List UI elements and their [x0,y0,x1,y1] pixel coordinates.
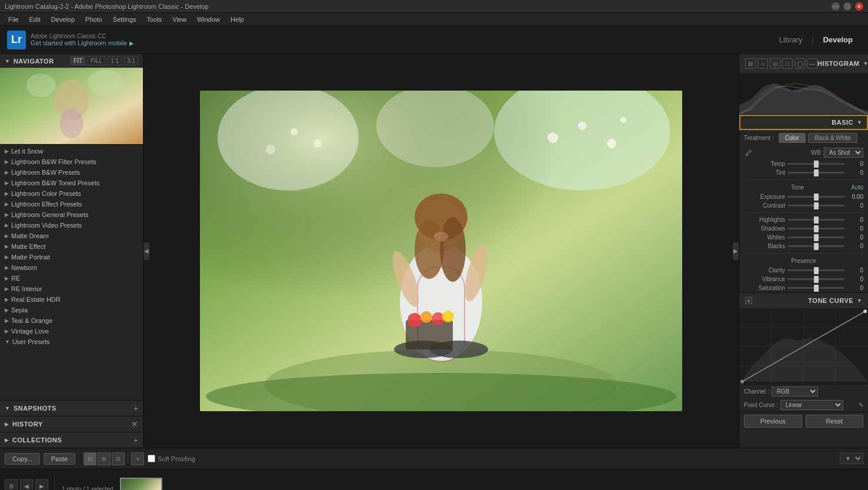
preset-group-sepia-header[interactable]: ▶ Sepia [0,305,143,315]
crop-icon[interactable]: ⊞ [745,58,756,69]
history-clear-btn[interactable]: ✕ [131,419,138,429]
preset-group-tealorange-header[interactable]: ▶ Teal & Orange [0,315,143,326]
soft-proof-label: Soft Proofing [158,455,195,462]
view-options-dropdown[interactable]: ▼ [840,453,863,464]
left-panel-collapse-arrow[interactable]: ◀ [143,242,149,260]
menu-help[interactable]: Help [226,15,249,24]
previous-btn[interactable]: Previous [744,415,802,428]
histogram-header[interactable]: ⊞ ○ ◎ □ ◯ — Histogram ▼ [739,54,868,73]
menu-view[interactable]: View [168,15,191,24]
menu-window[interactable]: Window [192,15,225,24]
basic-panel-header[interactable]: Basic ▼ [739,115,868,130]
preset-group-bwtoned-header[interactable]: ▶ Lightroom B&W Toned Presets [0,178,143,188]
mobile-link[interactable]: Get started with Lightroom mobile [31,39,127,46]
right-panel-collapse-arrow[interactable]: ▶ [733,242,739,260]
history-header[interactable]: ▶ History ✕ [0,416,143,432]
preset-group-realestate-header[interactable]: ▶ Real Estate HDR [0,294,143,305]
snapshots-add-btn[interactable]: + [133,404,138,413]
copy-settings-btn[interactable]: Copy... [5,453,40,465]
soft-proof-checkbox[interactable] [148,455,155,462]
preset-group-vintagelove-header[interactable]: ▶ Vintage Love [0,326,143,336]
tab-develop[interactable]: Develop [814,33,861,46]
preset-group-matteportrait: ▶ Matte Portrait [0,252,143,262]
maximize-button[interactable]: □ [843,2,852,11]
view-extra-btn[interactable]: ≡ [131,452,144,465]
tone-curve-enable[interactable]: ● [745,297,752,304]
preset-group-colorpresets-header[interactable]: ▶ Lightroom Color Presets [0,188,143,199]
adjust-icon[interactable]: — [807,58,817,69]
bw-treatment-btn[interactable]: Black & White [808,133,857,143]
snapshots-header[interactable]: ▼ Snapshots + [0,401,143,416]
collections-add-btn[interactable]: + [133,435,138,445]
temp-slider[interactable] [787,163,844,165]
tint-label: Tint [744,169,785,176]
view-compare-btn[interactable]: ⊞ [98,452,111,465]
menu-photo[interactable]: Photo [81,15,107,24]
whites-slider[interactable] [787,236,844,238]
tab-library[interactable]: Library [771,33,811,46]
radial-icon[interactable]: ◯ [794,58,805,69]
blacks-slider[interactable] [787,245,844,247]
paste-settings-btn[interactable]: Paste [44,453,75,465]
preset-group-bwfilter-header[interactable]: ▶ Lightroom B&W Filter Presets [0,156,143,167]
preset-group-newborn-header[interactable]: ▶ Newborn [0,262,143,273]
wb-eyedropper[interactable]: 🖉 [744,148,753,158]
clarity-slider[interactable] [787,269,844,271]
preset-group-newborn: ▶ Newborn [0,262,143,273]
view-single-btn[interactable]: □ [84,452,96,465]
highlights-label: Highlights [744,216,785,223]
navigator-preview [0,68,143,144]
filter-icon[interactable]: □ [782,58,793,69]
color-treatment-btn[interactable]: Color [779,133,806,143]
view-survey-btn[interactable]: ⊟ [112,452,125,465]
menu-develop[interactable]: Develop [46,15,79,24]
svg-point-31 [420,311,432,323]
zoom-fit-btn[interactable]: FIT [71,56,85,65]
tint-slider[interactable] [787,172,844,174]
menu-edit[interactable]: Edit [25,15,45,24]
shadows-slider[interactable] [787,228,844,229]
exposure-slider[interactable] [787,196,844,198]
redeye-icon[interactable]: ◎ [770,58,780,69]
collections-header[interactable]: ▶ Collections + [0,432,143,448]
tc-edit-icon[interactable]: ✎ [859,402,863,408]
menu-tools[interactable]: Tools [142,15,167,24]
filmstrip-prev-btn[interactable]: ◀ [20,479,33,490]
svg-point-3 [26,74,56,97]
channel-dropdown[interactable]: RGB Red Green Blue Luminance [772,386,818,396]
filmstrip-next-btn[interactable]: ▶ [35,479,48,490]
reset-btn[interactable]: Reset [806,415,864,428]
zoom-3to1-btn[interactable]: 3:1 [124,56,138,65]
heal-icon[interactable]: ○ [757,58,768,69]
preset-group-general-header[interactable]: ▶ Lightroom General Presets [0,209,143,220]
preset-group-letitsnow-header[interactable]: ▶ Let it Snow [0,146,143,156]
zoom-fill-btn[interactable]: FILL [88,56,105,65]
preset-group-matteeffect-header[interactable]: ▶ Matte Effect [0,241,143,252]
point-curve-dropdown[interactable]: Linear Medium Contrast Strong Contrast [780,400,843,410]
preset-group-effects-header[interactable]: ▶ Lightroom Effect Presets [0,199,143,209]
highlights-slider[interactable] [787,219,844,221]
grid-view-btn[interactable]: ⊞ [5,479,18,490]
menu-settings[interactable]: Settings [108,15,141,24]
film-thumb-1[interactable]: ★ [120,478,162,491]
preset-group-mattedream-header[interactable]: ▶ Matte Dream [0,231,143,241]
auto-btn[interactable]: Auto [851,184,863,191]
vibrance-slider[interactable] [787,278,844,280]
minimize-button[interactable]: — [832,2,840,11]
close-button[interactable]: ✕ [855,2,863,11]
menu-file[interactable]: File [4,15,24,24]
preset-group-reinterior-header[interactable]: ▶ RE Interior [0,284,143,294]
zoom-1to1-btn[interactable]: 1:1 [108,56,122,65]
contrast-slider[interactable] [787,205,844,206]
wb-dropdown[interactable]: As Shot Auto Daylight Cloudy [824,148,863,158]
preset-group-video-header[interactable]: ▶ Lightroom Video Presets [0,220,143,231]
navigator-header[interactable]: ▼ Navigator FIT FILL 1:1 3:1 [0,54,143,68]
tone-curve-header[interactable]: ● Tone Curve ▼ [739,293,868,308]
photo-count: 1 photo / 1 selected [62,486,113,490]
preset-group-userpresets-header[interactable]: ▼ User Presets [0,336,143,347]
preset-group-bwpresets-header[interactable]: ▶ Lightroom B&W Presets [0,167,143,178]
preset-group-re-header[interactable]: ▶ RE [0,273,143,284]
tone-curve-section: ● Tone Curve ▼ [739,293,868,412]
preset-group-matteportrait-header[interactable]: ▶ Matte Portrait [0,252,143,262]
saturation-slider[interactable] [787,287,844,289]
